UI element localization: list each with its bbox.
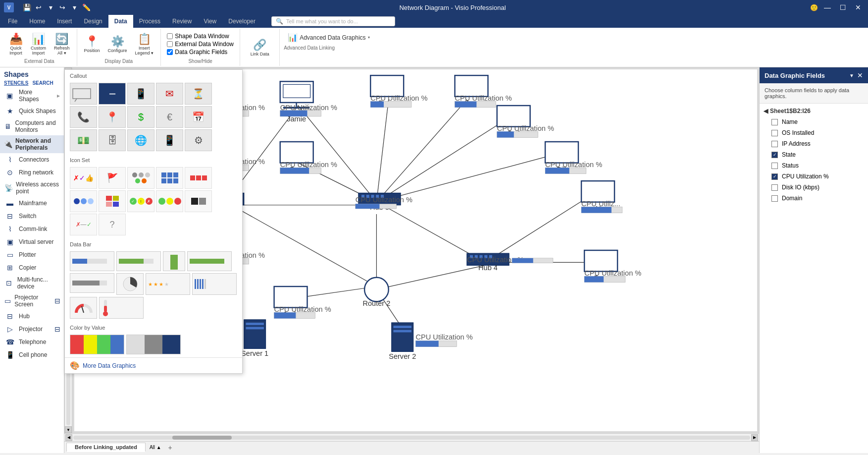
virtual-server-item[interactable]: ▣ Virtual server <box>0 235 64 248</box>
rp-field-status[interactable]: Status <box>764 160 864 171</box>
rp-field-ip[interactable]: IP Address <box>764 138 864 149</box>
icon-set-item-12[interactable]: ? <box>99 214 126 235</box>
databar-item-2[interactable] <box>116 251 161 271</box>
server2-node[interactable]: Server 2 CPU Utilization % <box>389 323 473 360</box>
quick-shapes-item[interactable]: ★ Quick Shapes <box>0 105 64 117</box>
projector-item[interactable]: ▷ Projector <box>0 323 47 336</box>
icon-set-item-9[interactable] <box>156 190 183 212</box>
external-data-window-checkbox[interactable]: External Data Window <box>167 41 234 48</box>
position-button[interactable]: 📍 Position <box>81 34 103 55</box>
tab-process[interactable]: Process <box>133 15 166 28</box>
hub-item[interactable]: ⊟ Hub <box>0 310 64 323</box>
rp-field-name[interactable]: Name <box>764 116 864 127</box>
data-graphic-fields-input[interactable] <box>167 49 173 55</box>
callout-item-7[interactable]: 📍 <box>99 106 126 128</box>
databar-thermo-item[interactable] <box>99 297 144 319</box>
color-value-item-2[interactable] <box>126 335 181 354</box>
databar-pie-item[interactable] <box>116 273 144 295</box>
databar-gauge-item[interactable] <box>70 297 97 319</box>
rp-checkbox-domain[interactable] <box>771 195 778 202</box>
databar-item-3[interactable] <box>163 251 185 271</box>
configure-button[interactable]: ⚙️ Configure <box>105 34 130 55</box>
quick-import-button[interactable]: 📥 QuickImport <box>6 31 26 57</box>
rp-checkbox-state[interactable] <box>771 152 778 158</box>
callout-item-8[interactable]: $ <box>127 106 154 128</box>
rp-checkbox-disk[interactable] <box>771 184 778 191</box>
rp-field-os[interactable]: OS Installed <box>764 127 864 138</box>
databar-item-5[interactable] <box>70 273 114 293</box>
undo-button[interactable]: ↩ <box>34 2 44 12</box>
icon-set-item-10[interactable] <box>185 190 212 212</box>
save-button[interactable]: 💾 <box>22 2 32 12</box>
callout-item-6[interactable]: 📞 <box>70 106 97 128</box>
scroll-left-button[interactable]: ◀ <box>65 434 72 441</box>
rp-field-cpu[interactable]: CPU Utilization % <box>764 171 864 182</box>
rp-close-button[interactable]: ✕ <box>857 71 863 79</box>
tab-design[interactable]: Design <box>78 15 108 28</box>
icon-set-item-5[interactable] <box>185 167 212 189</box>
refresh-all-button[interactable]: 🔄 RefreshAll ▾ <box>51 31 73 57</box>
hub3-node[interactable]: Hub 3 CPU Utilization % <box>356 193 412 211</box>
callout-item-9[interactable]: € <box>156 106 183 128</box>
icon-set-item-1[interactable]: ✗ ✓ 👍 <box>70 167 97 189</box>
rp-section-header[interactable]: ◀ Sheet1$B2:I26 <box>764 106 864 116</box>
icon-set-item-2[interactable]: 🚩 <box>99 167 126 189</box>
callout-item-2[interactable]: ━━ <box>99 83 126 105</box>
plotter-item[interactable]: ▭ Plotter <box>0 248 64 261</box>
icon-set-item-8[interactable]: ✓ ! ✗ <box>127 190 154 212</box>
tab-review[interactable]: Review <box>166 15 198 28</box>
ai-node[interactable]: AI CPU Utiliz... <box>581 181 622 213</box>
multi-func-item[interactable]: ⊡ Multi-func... device <box>0 274 64 292</box>
mainframe-item[interactable]: ▬ Mainframe <box>0 197 64 210</box>
search-bar[interactable]: 🔍 Tell me what you want to do... <box>271 16 395 26</box>
icon-set-item-4[interactable] <box>156 167 183 189</box>
callout-item-11[interactable]: 💵 <box>70 129 97 151</box>
callout-item-4[interactable]: ✉ <box>156 83 183 105</box>
tab-home[interactable]: Home <box>23 15 51 28</box>
server1-node[interactable]: Server 1 <box>241 320 268 357</box>
callout-item-14[interactable]: 📱 <box>156 129 183 151</box>
rp-checkbox-ip[interactable] <box>771 141 778 147</box>
rp-pin-button[interactable]: ▼ <box>849 73 854 78</box>
color-value-item-1[interactable] <box>70 335 124 354</box>
callout-item-12[interactable]: 🗄 <box>99 129 126 151</box>
rp-field-disk[interactable]: Disk IO (kbps) <box>764 182 864 193</box>
rp-checkbox-name[interactable] <box>771 119 778 125</box>
wireless-ap-item[interactable]: 📡 Wireless access point <box>0 179 64 197</box>
icon-set-item-7[interactable] <box>99 190 126 212</box>
redo-button[interactable]: ↪ <box>57 2 67 12</box>
modem-item[interactable]: ⊟ Modem <box>48 323 64 336</box>
advanced-data-graphics-button[interactable]: 📊 Advanced Data Graphics ▾ <box>284 31 373 44</box>
callout-item-5[interactable]: ⏳ <box>185 83 212 105</box>
router2-node[interactable]: Router 2 <box>362 278 390 307</box>
search-button[interactable]: SEARCH <box>32 80 53 86</box>
data-graphic-fields-checkbox[interactable]: Data Graphic Fields <box>167 49 234 56</box>
link-data-button[interactable]: 🔗 Link Data <box>248 37 272 58</box>
databar-ticks-item[interactable] <box>192 273 237 295</box>
qat-dropdown[interactable]: ▾ <box>69 2 79 12</box>
gail-node[interactable]: Gail CPU Utilization % <box>497 106 554 137</box>
tab-view[interactable]: View <box>198 15 222 28</box>
network-peripherals-item[interactable]: 🔌 Network and Peripherals <box>0 135 64 153</box>
telephone-item[interactable]: ☎ Telephone <box>0 336 64 348</box>
rp-field-domain[interactable]: Domain <box>764 193 864 204</box>
databar-item-4[interactable] <box>187 251 232 271</box>
callout-item-1[interactable] <box>70 83 97 105</box>
tab-data[interactable]: Data <box>108 15 133 28</box>
connectors-item[interactable]: ⌇ Connectors <box>0 153 64 166</box>
cell-phone-item[interactable]: 📱 Cell phone <box>0 348 64 361</box>
tab-developer[interactable]: Developer <box>222 15 261 28</box>
restore-button[interactable]: ☐ <box>837 2 849 12</box>
icon-set-item-11[interactable]: ✗ — ✓ <box>70 214 97 235</box>
scroll-right-button[interactable]: ▶ <box>751 434 758 441</box>
insert-legend-button[interactable]: 📋 InsertLegend ▾ <box>132 31 157 57</box>
more-data-graphics-button[interactable]: 🎨 More Data Graphics <box>65 357 242 373</box>
comm-link-item[interactable]: ⌇ Comm-link <box>0 223 64 235</box>
ben-node[interactable]: Ben CPU Utilization % <box>280 142 337 173</box>
switch-item[interactable]: ⊟ Switch <box>0 210 64 223</box>
customize-button[interactable]: ✏️ <box>81 2 91 12</box>
tab-expand-button[interactable]: All ▲ <box>147 444 164 451</box>
stencils-button[interactable]: STENCILS <box>4 80 28 86</box>
jack-node[interactable]: Jack CPU Utilization % <box>274 286 331 318</box>
hub4-node[interactable]: Hub 4 CPU Utilization % <box>467 253 553 272</box>
